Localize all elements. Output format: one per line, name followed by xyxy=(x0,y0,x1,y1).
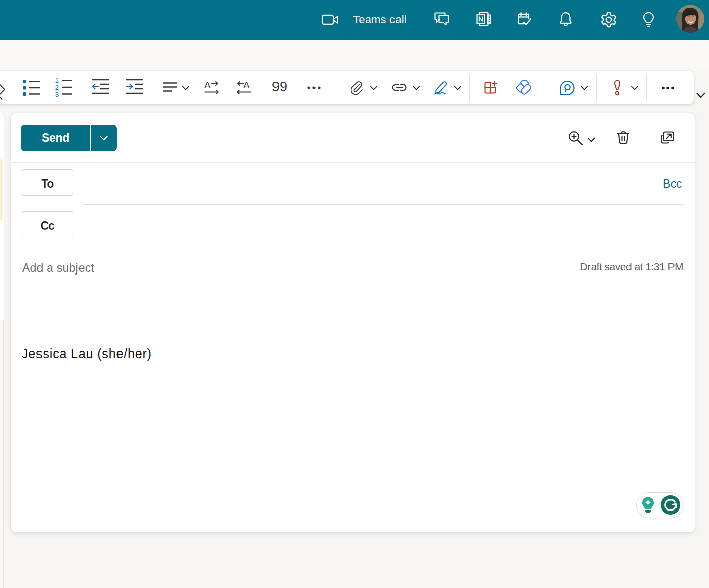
svg-text:2: 2 xyxy=(55,84,59,91)
svg-text:1: 1 xyxy=(55,76,59,84)
svg-text:A: A xyxy=(243,80,250,90)
svg-text:3: 3 xyxy=(55,91,59,98)
svg-text:A: A xyxy=(204,80,211,90)
